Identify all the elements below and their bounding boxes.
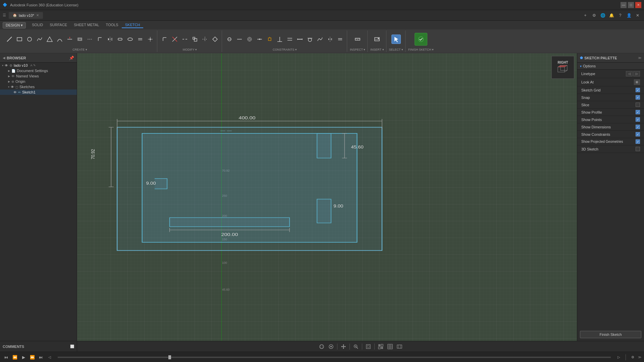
look-at-btn[interactable]: ⊞ xyxy=(634,79,640,85)
notification-button[interactable]: 🔔 xyxy=(608,12,615,19)
browser-named-views[interactable]: ▶ 👁 Named Views xyxy=(0,73,77,79)
symmetric-constraint[interactable] xyxy=(325,35,335,44)
options-section[interactable]: ▾ Options xyxy=(577,63,644,70)
mark-in-button[interactable]: ◁ xyxy=(46,354,53,361)
close-button[interactable]: ✕ xyxy=(635,2,641,8)
browser-pin[interactable]: 📌 xyxy=(69,56,74,60)
construction-tool[interactable] xyxy=(85,35,95,44)
browser-sketch1[interactable]: 👁 ✏ Sketch1 xyxy=(0,89,77,95)
show-constraints-checkbox[interactable] xyxy=(636,132,640,136)
break-tool[interactable] xyxy=(180,35,190,44)
midpoint-constraint[interactable] xyxy=(255,35,264,44)
close-tab-icon[interactable]: ✕ xyxy=(36,13,39,17)
constraints-label[interactable]: CONSTRAINTS ▾ xyxy=(273,48,297,52)
triangle-tool[interactable] xyxy=(45,35,54,44)
tab-solid[interactable]: SOLID xyxy=(29,22,46,28)
tangent-constraint[interactable] xyxy=(305,35,315,44)
finish-sketch-label[interactable]: FINISH SKETCH ▾ xyxy=(408,48,434,52)
insert-label[interactable]: INSERT ▾ xyxy=(370,48,384,52)
select-tool[interactable] xyxy=(391,35,401,44)
finish-sketch-button[interactable]: Finish Sketch xyxy=(580,331,641,338)
globe-button[interactable]: 🌐 xyxy=(599,12,606,19)
measure-tool[interactable] xyxy=(353,35,362,44)
perpendicular-constraint[interactable] xyxy=(275,35,284,44)
ellipse-tool[interactable] xyxy=(125,35,135,44)
display-settings[interactable] xyxy=(377,343,385,351)
collinear-constraint[interactable] xyxy=(235,35,244,44)
design-button[interactable]: DESIGN ▾ xyxy=(3,22,26,28)
canvas-area[interactable]: 45.60 100 150 200 250 70.92 40 xyxy=(77,53,577,341)
rectangle-tool[interactable] xyxy=(15,35,24,44)
3d-sketch-checkbox[interactable] xyxy=(636,147,640,151)
snap-checkbox[interactable] xyxy=(636,95,640,100)
explode-tool[interactable] xyxy=(210,35,220,44)
help-button[interactable]: ? xyxy=(616,12,624,19)
settings-button[interactable]: ⚙ xyxy=(590,12,598,19)
show-dimensions-checkbox[interactable] xyxy=(636,125,640,129)
fit-view-tool[interactable] xyxy=(364,343,372,351)
sketch-grid-checkbox[interactable] xyxy=(636,88,640,92)
line-tool[interactable] xyxy=(5,35,14,44)
coincident-constraint[interactable] xyxy=(225,35,234,44)
slice-checkbox[interactable] xyxy=(636,103,640,107)
linetype-left-btn[interactable]: ◁ xyxy=(626,71,633,76)
rewind-button[interactable]: ⏮ xyxy=(3,354,9,361)
equal-tool[interactable] xyxy=(136,35,145,44)
show-profile-checkbox[interactable] xyxy=(636,110,640,114)
equal-constraint[interactable] xyxy=(335,35,345,44)
spline-tool[interactable] xyxy=(35,35,44,44)
next-button[interactable]: ⏩ xyxy=(29,354,36,361)
comments-section[interactable]: COMMENTS ⬜ xyxy=(0,341,77,352)
maximize-button[interactable]: □ xyxy=(628,2,634,8)
play-button[interactable]: ▶ xyxy=(20,354,27,361)
create-label[interactable]: CREATE ▾ xyxy=(72,48,87,52)
mark-out-button[interactable]: ▷ xyxy=(615,354,622,361)
concentric-constraint[interactable] xyxy=(245,35,254,44)
minimize-button[interactable]: — xyxy=(621,2,627,8)
prev-button[interactable]: ⏪ xyxy=(11,354,18,361)
trim-tool-2[interactable] xyxy=(170,35,179,44)
free-orbit-tool[interactable] xyxy=(327,343,335,351)
fillet-tool[interactable] xyxy=(160,35,169,44)
browser-origin[interactable]: ▶ ⊕ Origin xyxy=(0,79,77,84)
inspect-label[interactable]: INSPECT ▾ xyxy=(350,48,365,52)
close-app-button[interactable]: ✕ xyxy=(634,12,641,19)
pan-tool[interactable] xyxy=(339,343,347,351)
show-projected-checkbox[interactable] xyxy=(636,139,640,144)
trim-tool[interactable] xyxy=(65,35,74,44)
select-label[interactable]: SELECT ▾ xyxy=(389,48,403,52)
fix-constraint[interactable] xyxy=(265,35,274,44)
horizontal-constraint[interactable] xyxy=(295,35,305,44)
parallel-constraint[interactable] xyxy=(285,35,294,44)
palette-expand[interactable]: ≫ xyxy=(638,56,641,60)
more-display-options[interactable] xyxy=(395,343,404,351)
timeline-settings-button[interactable]: ⚙ xyxy=(629,354,636,361)
browser-root[interactable]: ▾ 👁 ⚙ lado v10 A ✎ xyxy=(0,63,77,68)
offset-tool[interactable] xyxy=(75,35,85,44)
tab-surface[interactable]: SURFACE xyxy=(46,22,70,28)
user-button[interactable]: 👤 xyxy=(625,12,633,19)
browser-sketches[interactable]: ▾ 👁 ◻ Sketches xyxy=(0,84,77,89)
grid-display-tool[interactable] xyxy=(386,343,394,351)
slot-tool[interactable] xyxy=(115,35,125,44)
smooth-constraint[interactable] xyxy=(315,35,325,44)
mirror-tool[interactable] xyxy=(105,35,115,44)
show-points-checkbox[interactable] xyxy=(636,117,640,122)
sketch-fillet-tool[interactable] xyxy=(95,35,105,44)
finish-sketch-tool[interactable] xyxy=(415,33,427,46)
orbit-tool[interactable] xyxy=(318,343,326,351)
tab-sheet-metal[interactable]: SHEET METAL xyxy=(70,22,102,28)
point-tool[interactable] xyxy=(146,35,155,44)
browser-doc-settings[interactable]: ▶ 📄 Document Settings xyxy=(0,68,77,73)
zoom-tool[interactable] xyxy=(352,343,360,351)
timeline-thumb[interactable] xyxy=(168,355,171,359)
arc-tool[interactable] xyxy=(55,35,64,44)
tab-sketch[interactable]: SKETCH xyxy=(122,22,144,28)
modify-extra[interactable] xyxy=(200,35,210,44)
scale-tool[interactable] xyxy=(190,35,200,44)
insert-image-tool[interactable] xyxy=(372,35,382,44)
timeline-bar[interactable] xyxy=(58,357,611,358)
document-tab[interactable]: 🏠 lado v10* ✕ xyxy=(9,12,43,19)
circle-tool[interactable] xyxy=(25,35,34,44)
linetype-right-btn[interactable]: ▷ xyxy=(633,71,640,76)
